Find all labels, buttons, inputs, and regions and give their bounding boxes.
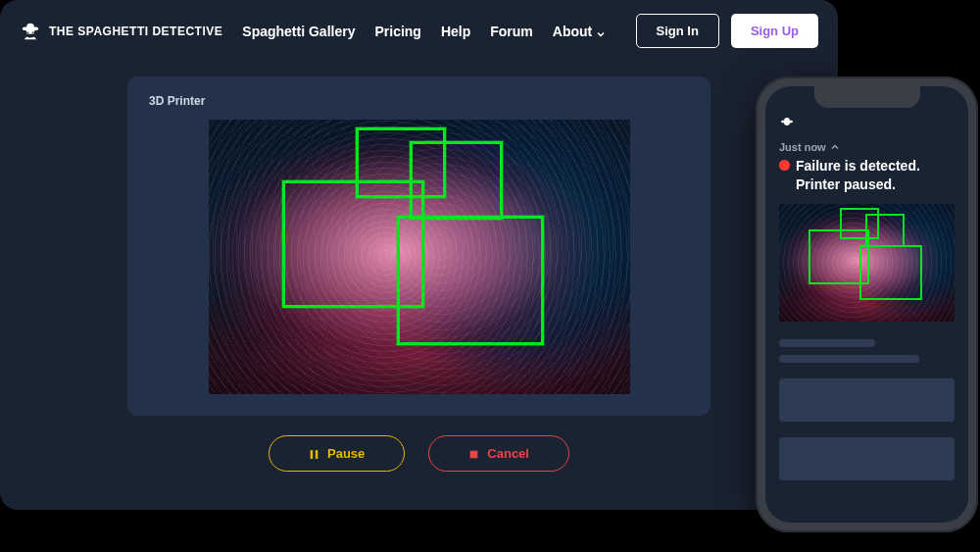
- desktop-app-window: THE SPAGHETTI DETECTIVE Spaghetti Galler…: [0, 0, 838, 510]
- phone-camera-feed: [779, 204, 955, 322]
- sign-up-button[interactable]: Sign Up: [731, 14, 818, 48]
- printer-actions: Pause Cancel: [0, 435, 838, 472]
- pause-button-label: Pause: [327, 446, 365, 461]
- skeleton-block: [779, 437, 955, 480]
- printer-title: 3D Printer: [149, 94, 689, 108]
- detection-box: [859, 245, 922, 300]
- alert-dot-icon: [779, 160, 790, 171]
- alert-text: Failure is detected. Printer paused.: [796, 157, 920, 194]
- detection-box: [282, 180, 424, 308]
- nav-auth: Sign In Sign Up: [636, 14, 818, 48]
- phone-notch: [814, 86, 920, 108]
- pause-icon: [309, 448, 319, 459]
- sign-in-button[interactable]: Sign In: [636, 14, 719, 48]
- cancel-button[interactable]: Cancel: [428, 435, 569, 472]
- alert-line-2: Printer paused.: [796, 176, 896, 192]
- notification-time-label: Just now: [779, 141, 826, 153]
- skeleton-loader: [779, 339, 955, 480]
- brand-logo[interactable]: THE SPAGHETTI DETECTIVE: [20, 21, 222, 42]
- svg-rect-1: [316, 450, 318, 459]
- nav-link-pricing[interactable]: Pricing: [374, 24, 420, 39]
- nav-link-help[interactable]: Help: [441, 24, 470, 39]
- cancel-button-label: Cancel: [487, 446, 529, 461]
- nav-links: Spaghetti Gallery Pricing Help Forum Abo…: [242, 24, 606, 39]
- brand-name: THE SPAGHETTI DETECTIVE: [49, 25, 222, 38]
- chevron-down-icon: [596, 26, 606, 36]
- navbar: THE SPAGHETTI DETECTIVE Spaghetti Galler…: [0, 0, 838, 62]
- nav-link-forum[interactable]: Forum: [490, 24, 533, 39]
- detection-box: [356, 127, 446, 198]
- phone-content: Just now Failure is detected. Printer pa…: [765, 86, 968, 498]
- detective-icon: [779, 116, 795, 131]
- detection-box: [808, 229, 869, 284]
- failure-alert: Failure is detected. Printer paused.: [779, 157, 955, 194]
- stop-icon: [468, 448, 479, 459]
- detection-box: [840, 208, 879, 239]
- alert-line-1: Failure is detected.: [796, 158, 920, 174]
- svg-rect-0: [311, 450, 314, 459]
- detection-box: [397, 216, 544, 345]
- pause-button[interactable]: Pause: [269, 435, 405, 472]
- skeleton-line: [779, 339, 875, 347]
- skeleton-line: [779, 355, 919, 363]
- detective-icon: [20, 21, 41, 42]
- nav-link-about-label: About: [553, 24, 592, 39]
- svg-rect-2: [470, 451, 478, 459]
- detection-box: [865, 214, 905, 247]
- detection-box: [410, 141, 503, 220]
- phone-screen: Just now Failure is detected. Printer pa…: [765, 86, 968, 523]
- printer-card: 3D Printer: [127, 76, 710, 416]
- nav-link-about[interactable]: About: [553, 24, 606, 39]
- notification-time[interactable]: Just now: [779, 141, 955, 153]
- phone-mockup: Just now Failure is detected. Printer pa…: [756, 76, 978, 532]
- printer-camera-feed: [209, 120, 630, 394]
- nav-link-gallery[interactable]: Spaghetti Gallery: [242, 24, 355, 39]
- chevron-up-icon: [830, 142, 840, 152]
- skeleton-block: [779, 378, 955, 422]
